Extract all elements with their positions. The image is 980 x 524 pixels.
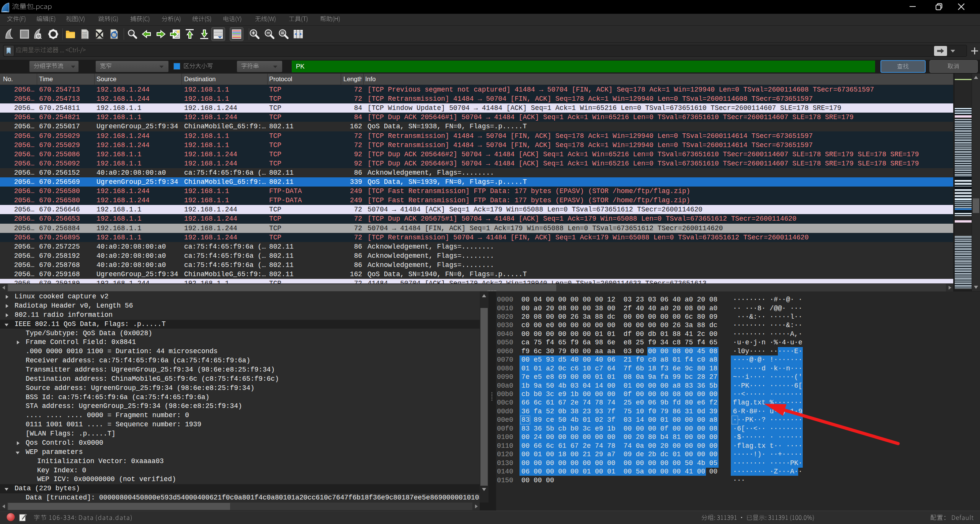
svg-text:0101: 0101 — [82, 37, 87, 39]
